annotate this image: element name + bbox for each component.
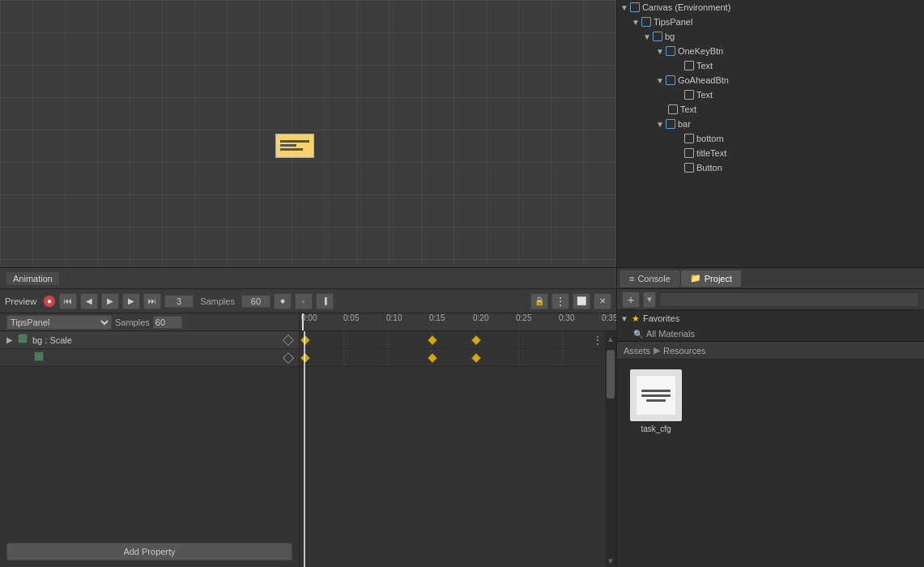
timeline-track-1 [300,331,616,349]
hierarchy-item-text-goaheadbtn[interactable]: Text [617,87,924,102]
arrow-icon: ▼ [656,47,664,56]
keyframe-diamond-sub-btn[interactable] [283,352,294,363]
property-sub-icon [34,352,45,364]
timeline-header: 0:00 0:05 0:10 0:15 0:20 0:25 0:30 0:35 … [300,313,616,331]
arrow-icon: ▼ [656,76,664,85]
track-grid [300,331,616,348]
menu-btn[interactable]: ⋮ [551,293,569,309]
console-project-tabs: ≡ Console 📁 Project [617,268,924,289]
add-property-button[interactable]: Add Property [6,543,292,561]
keyframe-btn[interactable]: ⬦ [295,293,313,309]
favorites-label: Favorites [643,313,679,323]
scene-view [0,0,617,267]
hierarchy-label: Text [696,90,713,100]
asset-task-cfg[interactable]: task_cfg [627,369,685,433]
lock-btn[interactable]: 🔒 [530,293,548,309]
frame-input[interactable] [164,295,194,308]
all-materials-item[interactable]: 🔍 All Materials [617,326,924,341]
scene-object[interactable] [275,134,314,158]
track-grid-2 [300,349,616,366]
expand-btn[interactable]: ⬜ [573,293,590,309]
hierarchy-item-canvas[interactable]: ▼ Canvas (Environment) [617,0,924,15]
assets-grid: task_cfg [617,360,924,567]
project-search-input[interactable] [659,292,919,307]
cube-white-icon [683,147,695,159]
skip-to-start-button[interactable]: ⏮ [59,293,77,309]
scene-object-line [280,140,309,143]
samples-label: Samples [200,296,235,306]
right-panel: ≡ Console 📁 Project + ▼ ▼ ★ Favorites 🔍 … [617,268,924,567]
hierarchy-item-onekeybtn[interactable]: ▼ OneKeyBtn [617,44,924,58]
scroll-up-btn[interactable]: ▲ [607,335,615,343]
samples-label-2: Samples [115,318,150,327]
keyframe-diamond-btn[interactable] [283,334,294,345]
scrollbar-thumb[interactable] [607,350,615,399]
arrow-icon: ▼ [656,120,664,129]
skip-to-end-button[interactable]: ⏭ [143,293,161,309]
play-button[interactable]: ▶ [101,293,119,309]
cube-white-icon [683,162,695,173]
breadcrumb-resources[interactable]: Resources [663,346,706,356]
cube-icon [629,2,641,13]
hierarchy-item-titletext[interactable]: titleText [617,146,924,160]
object-selector[interactable]: TipsPanel [6,315,112,330]
hierarchy-panel: ▼ Canvas (Environment) ▼ TipsPanel ▼ bg … [617,0,924,267]
timeline-tracks: ▲ ▼ ⋮ [300,331,616,567]
hierarchy-item-goaheadbtn[interactable]: ▼ GoAheadBtn [617,73,924,87]
hierarchy-item-bar[interactable]: ▼ bar [617,117,924,131]
preview-label: Preview [5,296,36,306]
time-mark-2: 0:10 [386,313,402,322]
property-sub-row [0,349,299,367]
animation-content: TipsPanel Samples ▶ bg : Scale [0,313,616,567]
diamond-btn[interactable]: ◆ [274,293,292,309]
cube-white-icon [683,60,695,71]
cube-icon [665,45,676,57]
console-tab[interactable]: ≡ Console [620,271,679,287]
hierarchy-label: Canvas (Environment) [642,2,730,12]
project-dropdown-btn[interactable]: ▼ [643,292,656,308]
time-mark-4: 0:20 [473,313,488,322]
animation-tab[interactable]: Animation [6,272,59,285]
scroll-down-btn[interactable]: ▼ [607,556,615,565]
timeline-track-2 [300,349,616,367]
prev-frame-button[interactable]: ◀ [80,293,98,309]
project-toolbar: + ▼ [617,289,924,310]
cube-white-icon [667,104,679,115]
property-icon [18,334,29,346]
cube-white-icon [683,89,695,100]
project-tab[interactable]: 📁 Project [681,271,741,287]
project-add-button[interactable]: + [622,292,640,308]
cube-icon [641,16,652,28]
hierarchy-item-button[interactable]: Button [617,160,924,175]
cube-icon [652,31,663,42]
time-mark-3: 0:15 [429,313,445,322]
breadcrumb-assets[interactable]: Assets [624,346,650,356]
time-mark-7: 0:35 [602,313,616,322]
record-button[interactable]: ● [43,295,56,308]
hierarchy-label: bar [678,119,691,129]
favorites-panel: ▼ ★ Favorites 🔍 All Materials [617,310,924,342]
timeline-options-btn[interactable]: ⋮ [592,331,603,349]
hierarchy-item-text-onekeybtn[interactable]: Text [617,58,924,73]
hierarchy-item-bottom[interactable]: bottom [617,131,924,146]
project-tab-label: Project [705,274,732,284]
playhead-header [302,313,304,330]
favorites-header[interactable]: ▼ ★ Favorites [617,310,924,326]
close-btn[interactable]: ✕ [594,293,611,309]
cube-white-icon [683,133,695,144]
bar-btn[interactable]: ▐ [316,293,334,309]
next-frame-button[interactable]: ▶ [122,293,140,309]
hierarchy-label: titleText [696,148,726,158]
hierarchy-label: Text [680,104,696,114]
hierarchy-item-text-bg[interactable]: Text [617,102,924,117]
hierarchy-item-tipspanel[interactable]: ▼ TipsPanel [617,15,924,29]
samples-input[interactable] [241,295,270,308]
animation-properties: TipsPanel Samples ▶ bg : Scale [0,313,300,567]
hierarchy-item-bg[interactable]: ▼ bg [617,29,924,44]
samples-input-2[interactable] [153,316,182,329]
timeline-scrollbar: ▲ ▼ [605,331,616,567]
hierarchy-label: bottom [696,134,724,143]
expand-icon[interactable]: ▶ [6,335,18,344]
animation-header: Animation [0,268,616,289]
all-materials-label: All Materials [646,329,695,339]
